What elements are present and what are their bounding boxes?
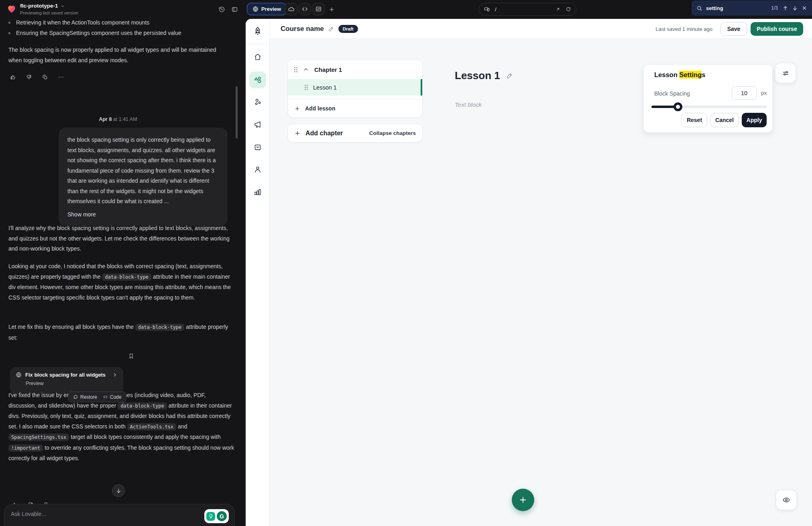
plus-icon [294,130,301,137]
settings-toggle-button[interactable] [775,63,796,83]
more-icon [58,74,64,80]
version-card-subtitle: Preview [26,381,118,386]
copy-button[interactable] [40,72,50,82]
chat-input-box[interactable]: Ask Lovable... G Edit Chat [4,504,235,526]
version-actions: Restore Code [68,391,126,402]
chapter-row[interactable]: Chapter 1 [288,60,422,79]
chevron-down-icon [61,4,65,8]
open-external-icon[interactable] [555,6,561,12]
chevron-up-icon[interactable] [303,67,309,72]
arrow-down-icon [116,488,122,494]
reset-button[interactable]: Reset [682,113,707,127]
user-icon [253,165,262,174]
grammarly-g-icon[interactable]: G [217,511,227,521]
publish-course-button[interactable]: Publish course [751,22,803,36]
app-header: Course name Draft Last saved 1 minute ag… [270,19,812,39]
sidebar-item-students[interactable] [246,165,270,174]
version-card-title: Fix block spacing for all widgets [25,372,109,378]
code-icon [103,394,108,400]
collapse-chapters-button[interactable]: Collapse chapters [369,130,416,136]
lesson-row-selected[interactable]: Lesson 1 [288,79,422,96]
thumbs-down-icon [26,74,32,80]
find-close-button[interactable] [802,5,807,11]
panel-left-icon [231,6,238,13]
bookmark-icon [128,353,134,359]
copy-icon [42,74,48,80]
chat-input-placeholder[interactable]: Ask Lovable... [11,511,228,517]
find-next-button[interactable] [792,5,798,11]
bag-icon [253,143,262,151]
plus-icon [519,495,527,504]
drag-handle-icon[interactable] [305,85,308,90]
add-block-fab[interactable] [512,489,534,511]
lesson-heading: Lesson 1 [455,69,513,82]
analytics-button[interactable] [312,3,325,15]
user-message-text: the block spacing setting is only correc… [67,137,216,204]
panel-toggle-button[interactable] [229,4,240,15]
cancel-button[interactable]: Cancel [710,113,739,127]
plus-icon [329,6,335,12]
sidebar-item-orders[interactable] [246,143,270,151]
new-tab-button[interactable] [326,4,337,15]
search-icon [696,5,702,11]
find-previous-button[interactable] [782,5,788,11]
eye-icon [782,496,790,504]
add-chapter-card: Add chapter Collapse chapters [287,124,423,143]
bookmark-button[interactable] [128,353,134,359]
lesson-title: Lesson 1 [313,84,337,91]
project-switcher[interactable]: flc-prototype-1 [20,3,65,9]
course-title: Course name Draft [281,25,358,33]
chat-scrollbar[interactable] [236,86,238,139]
code-icon [301,6,308,12]
home-icon [253,53,262,61]
assistant-paragraph: The block spacing is now properly applie… [8,45,228,65]
show-more-link[interactable]: Show more [67,210,96,220]
rail-divider [246,44,270,44]
restore-button[interactable]: Restore [73,394,97,400]
url-bar[interactable]: / [478,3,576,16]
history-button[interactable] [216,4,227,15]
preview-eye-button[interactable] [776,490,797,510]
code-view-button[interactable] [299,3,311,15]
org-circles-icon [253,98,262,106]
code-button[interactable]: Code [103,394,122,400]
grammarly-bulb-icon[interactable] [206,512,215,521]
thumbs-down-button[interactable] [24,72,34,82]
add-lesson-label: Add lesson [305,105,335,112]
search-input[interactable]: setting [706,5,767,11]
scroll-to-bottom-button[interactable] [112,484,125,497]
grammarly-widget[interactable]: G [204,509,229,523]
sidebar-item-community[interactable] [246,98,270,106]
block-spacing-input[interactable] [732,86,757,100]
message-actions [8,72,66,82]
drag-handle-icon[interactable] [294,67,297,72]
sidebar-item-marketing[interactable] [246,120,270,129]
assistant-paragraph: Looking at your code, I noticed that the… [8,261,235,303]
pencil-icon[interactable] [506,72,513,80]
assistant-paragraph: Let me fix this by ensuring all block ty… [8,322,235,343]
save-button[interactable]: Save [720,22,747,36]
refresh-icon[interactable] [566,6,571,12]
add-lesson-button[interactable]: Add lesson [288,99,422,117]
sidebar-item-courses[interactable] [249,71,266,88]
lesson-settings-popup: Lesson Settings Block Spacing px Reset C… [643,64,773,133]
thumbs-up-button[interactable] [8,72,18,82]
sidebar-item-home[interactable] [246,53,270,61]
block-spacing-slider[interactable] [651,106,767,108]
device-toggle-icon [484,6,490,12]
slider-thumb[interactable] [674,102,682,111]
sidebar-item-analytics[interactable] [246,188,270,196]
bullet-icon [8,22,10,24]
pencil-icon[interactable] [328,26,334,32]
text-block-placeholder[interactable]: Text block [455,101,482,108]
apply-button[interactable]: Apply [742,113,767,127]
thumbs-up-icon [10,74,16,80]
close-icon [802,5,807,11]
url-path[interactable]: / [495,6,550,12]
more-button[interactable] [56,72,66,82]
assistant-bullet-list: Retrieving it when the ActionTools compo… [8,18,235,38]
preview-button[interactable]: Preview [247,3,287,15]
publish-cloud-button[interactable] [285,3,297,15]
add-chapter-button[interactable]: Add chapter [305,130,369,137]
arrow-up-icon [782,5,788,11]
